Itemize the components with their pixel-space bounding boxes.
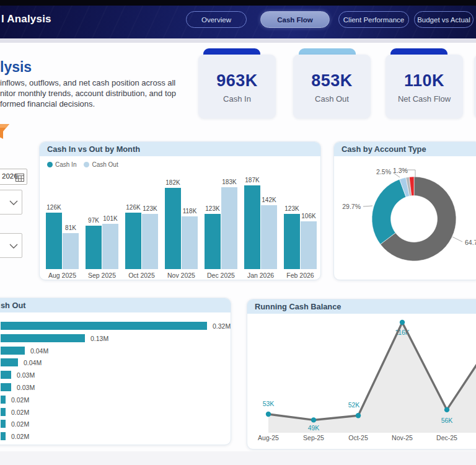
page-title: lysis bbox=[0, 59, 32, 76]
x-axis-label: Oct-25 bbox=[348, 434, 368, 441]
bar-cash-out[interactable] bbox=[63, 233, 79, 269]
bar-cash-out[interactable] bbox=[261, 205, 277, 269]
kpi-label: Cash Out bbox=[293, 94, 371, 104]
x-axis-label: Aug-25 bbox=[258, 434, 279, 441]
bar-value-label: 187K bbox=[237, 177, 268, 184]
hbar-value-label: 0.02M bbox=[11, 420, 29, 428]
percent-label: 29.7% bbox=[342, 203, 361, 210]
page-bottom-strip bbox=[0, 451, 476, 465]
hbar-2[interactable] bbox=[1, 347, 25, 355]
line-chart: 53K49K52K116K56KAug-25Sep-25Oct-25Nov-25… bbox=[247, 299, 476, 450]
percent-label: 2.5% bbox=[376, 168, 391, 175]
hbar-0[interactable] bbox=[1, 322, 207, 330]
dashboard-canvas: l Analysis Overview Cash Flow Client Per… bbox=[0, 0, 476, 465]
filter-dropdown-1[interactable] bbox=[0, 190, 22, 215]
hbar-value-label: 0.02M bbox=[11, 409, 29, 416]
bar-cash-in[interactable] bbox=[284, 214, 300, 269]
hbar-7[interactable] bbox=[1, 408, 6, 416]
kpi-card-cash-out: 853K Cash Out bbox=[293, 55, 371, 118]
kpi-label: Net Cash Flow bbox=[386, 94, 463, 104]
kpi-card-net-cash-flow: 110K Net Cash Flow bbox=[386, 55, 463, 118]
bar-cash-out[interactable] bbox=[301, 221, 317, 269]
nav-tab-cash-flow[interactable]: Cash Flow bbox=[260, 11, 330, 28]
bar-value-label: 126K bbox=[39, 204, 69, 211]
calendar-icon bbox=[15, 173, 24, 182]
bar-cash-out[interactable] bbox=[102, 224, 118, 269]
data-point-marker[interactable] bbox=[400, 320, 405, 325]
hbar-5[interactable] bbox=[1, 383, 11, 391]
hbar-3[interactable] bbox=[1, 358, 18, 366]
percent-label: 64.7% bbox=[465, 239, 476, 246]
kpi-value: 110K bbox=[386, 71, 463, 91]
bar-cash-out[interactable] bbox=[142, 214, 158, 269]
app-header: l Analysis Overview Cash Flow Client Per… bbox=[0, 6, 476, 38]
hbar-value-label: 0.03M bbox=[17, 384, 35, 391]
bar-cash-in[interactable] bbox=[205, 214, 221, 269]
intro-description-line: inflows, outflows, and net cash position… bbox=[0, 78, 192, 87]
bar-value-label: 182K bbox=[157, 179, 188, 186]
hbar-value-label: 0.13M bbox=[90, 335, 108, 342]
hbar-value-label: 0.04M bbox=[24, 359, 42, 366]
header-divider bbox=[0, 38, 476, 43]
point-value-label: 53K bbox=[263, 400, 275, 407]
bar-value-label: 101K bbox=[95, 215, 126, 222]
point-value-label: 56K bbox=[441, 417, 453, 424]
donut-slice-1[interactable] bbox=[372, 179, 406, 244]
hbar-value-label: 0.02M bbox=[11, 396, 29, 404]
bar-value-label: 123K bbox=[276, 205, 307, 212]
data-point-marker[interactable] bbox=[444, 407, 449, 412]
leader-line bbox=[363, 206, 372, 206]
hbar-value-label: 0.32M bbox=[213, 322, 231, 330]
leader-line bbox=[452, 237, 462, 242]
data-point-marker[interactable] bbox=[356, 413, 361, 418]
filter-funnel-icon bbox=[0, 122, 11, 141]
hbar-4[interactable] bbox=[1, 371, 11, 379]
hbar-value-label: 0.04M bbox=[30, 347, 48, 355]
window-top-strip bbox=[0, 0, 476, 6]
chart-card-cash-by-account-type: Cash by Account Type 64.7%29.7%2.5%1.3% bbox=[333, 141, 476, 280]
percent-label: 1.3% bbox=[393, 167, 408, 174]
data-point-marker[interactable] bbox=[311, 417, 316, 422]
chart-card-running-cash-balance: Running Cash Balance 53K49K52K116K56KAug… bbox=[247, 299, 476, 450]
filter-dropdown-2[interactable] bbox=[0, 233, 22, 258]
nav-tab-budget-vs-actual[interactable]: Budget vs Actual bbox=[414, 11, 474, 28]
point-value-label: 49K bbox=[308, 424, 320, 432]
bar-value-label: 142K bbox=[253, 197, 284, 203]
hbar-6[interactable] bbox=[1, 396, 6, 404]
point-value-label: 52K bbox=[348, 401, 360, 409]
hbar-value-label: 0.03M bbox=[17, 371, 35, 379]
x-axis-label: Nov-25 bbox=[392, 434, 413, 441]
kpi-value: 853K bbox=[293, 71, 371, 91]
hbar-9[interactable] bbox=[1, 432, 6, 440]
intro-description-line: formed financial decisions. bbox=[0, 99, 192, 108]
hbar-8[interactable] bbox=[1, 420, 6, 428]
bar-value-label: 106K bbox=[293, 213, 321, 219]
nav-tab-overview[interactable]: Overview bbox=[186, 11, 247, 28]
bar-cash-in[interactable] bbox=[125, 213, 141, 269]
bar-cash-out[interactable] bbox=[182, 216, 198, 269]
chevron-down-icon bbox=[9, 200, 18, 205]
hbar-value-label: 0.02M bbox=[11, 433, 29, 440]
kpi-card-cash-in: 963K Cash In bbox=[198, 55, 276, 118]
x-axis-label: Feb 2026 bbox=[277, 272, 321, 279]
chevron-down-icon bbox=[9, 244, 18, 249]
bar-chart-plot: 126K81KAug 202597K101KSep 2025126K123KOc… bbox=[40, 142, 320, 280]
app-title: l Analysis bbox=[1, 13, 51, 25]
x-axis-label: Dec-25 bbox=[436, 434, 457, 441]
hbar-chart-plot: 0.32M0.13M0.04M0.04M0.03M0.03M0.02M0.02M… bbox=[0, 298, 231, 445]
bar-cash-out[interactable] bbox=[221, 187, 237, 269]
x-axis-label: Sep-25 bbox=[303, 434, 324, 441]
chart-card-cash-in-vs-out: Cash In vs Out by Month Cash In Cash Out… bbox=[39, 141, 321, 280]
bar-cash-in[interactable] bbox=[46, 213, 62, 269]
bar-cash-in[interactable] bbox=[165, 188, 181, 269]
kpi-label: Cash In bbox=[198, 94, 276, 104]
bar-cash-in[interactable] bbox=[86, 226, 102, 269]
data-point-marker[interactable] bbox=[266, 412, 271, 417]
kpi-value: 963K bbox=[198, 71, 276, 91]
hbar-1[interactable] bbox=[1, 334, 85, 342]
date-input[interactable]: 2026 bbox=[0, 169, 27, 185]
intro-description-line: nitor monthly trends, account distributi… bbox=[0, 89, 192, 98]
nav-tab-client-performance[interactable]: Client Performance bbox=[338, 11, 409, 28]
bar-value-label: 123K bbox=[134, 205, 165, 212]
bar-value-label: 81K bbox=[55, 224, 86, 231]
